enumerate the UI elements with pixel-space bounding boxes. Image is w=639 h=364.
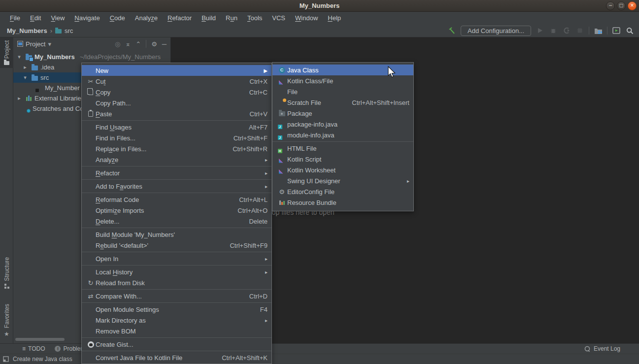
submenu-item-scratch-file[interactable]: Scratch File Ctrl+Alt+Shift+Insert — [272, 97, 413, 108]
menu-run[interactable]: Run — [221, 13, 242, 23]
java-class-icon: C — [276, 66, 287, 74]
menu-vcs[interactable]: VCS — [267, 13, 290, 23]
submenu-item-module-info[interactable]: J module-info.java — [272, 130, 413, 140]
java-package-info-icon: J — [276, 120, 287, 128]
coverage-icon[interactable] — [562, 26, 571, 35]
menu-item-refactor[interactable]: Refactor ▸ — [82, 167, 271, 178]
window-controls: − □ × — [606, 1, 637, 10]
search-everywhere-icon[interactable] — [625, 26, 634, 35]
menu-item-open-in[interactable]: Open In ▸ — [82, 253, 271, 264]
submenu-item-html-file[interactable]: H HTML File — [272, 143, 413, 154]
collapse-all-icon[interactable]: ⌃ — [135, 40, 141, 48]
scratches-icon — [23, 105, 31, 113]
titlebar: My_Numbers − □ × — [0, 0, 639, 12]
file-icon — [276, 88, 287, 96]
menu-item-add-to-favorites[interactable]: Add to Favorites ▸ — [82, 181, 271, 192]
project-panel-title[interactable]: Project — [26, 40, 45, 48]
menu-item-reformat-code[interactable]: Reformat Code Ctrl+Alt+L — [82, 194, 271, 205]
menu-edit[interactable]: Edit — [25, 13, 46, 23]
expand-all-icon[interactable]: ⌅ — [125, 40, 131, 48]
menu-item-delete[interactable]: Delete... Delete — [82, 216, 271, 227]
chevron-down-icon[interactable]: ▾ — [22, 74, 29, 81]
submenu-item-kotlin-worksheet[interactable]: Kotlin Worksheet — [272, 165, 413, 175]
html-file-icon: H — [276, 144, 287, 152]
tool-window-toggle-icon[interactable] — [3, 356, 9, 362]
debug-icon[interactable] — [549, 26, 558, 35]
locate-file-icon[interactable]: ◎ — [115, 40, 120, 48]
project-structure-icon[interactable] — [594, 26, 603, 35]
menu-item-reload-from-disk[interactable]: ↻ Reload from Disk — [82, 277, 271, 288]
run-anything-icon[interactable] — [612, 26, 621, 35]
menu-code[interactable]: Code — [105, 13, 130, 23]
event-log-button[interactable]: Event Log — [584, 345, 639, 352]
submenu-item-package[interactable]: Package — [272, 108, 413, 119]
menu-item-cut[interactable]: ✂ Cut Ctrl+X — [82, 76, 271, 87]
close-button[interactable]: × — [628, 1, 637, 10]
menu-refactor[interactable]: Refactor — [163, 13, 197, 23]
breadcrumb-project[interactable]: My_Numbers — [7, 27, 47, 34]
submenu-item-file[interactable]: File — [272, 86, 413, 97]
maximize-button[interactable]: □ — [617, 1, 626, 10]
submenu-item-editorconfig-file[interactable]: ⚙ EditorConfig File — [272, 186, 413, 197]
menu-separator — [82, 166, 271, 166]
tool-window-project[interactable]: Project — [0, 37, 13, 68]
hide-panel-icon[interactable]: ─ — [162, 40, 167, 48]
menu-item-remove-bom[interactable]: Remove BOM — [82, 326, 271, 336]
tool-window-todo[interactable]: ≡ TODO — [22, 345, 45, 352]
submenu-item-swing-ui-designer[interactable]: Swing UI Designer ▸ — [272, 175, 413, 186]
menu-item-local-history[interactable]: Local History ▸ — [82, 266, 271, 277]
chevron-right-icon[interactable]: ▸ — [22, 64, 29, 70]
run-icon[interactable] — [536, 26, 544, 35]
menu-build[interactable]: Build — [197, 13, 221, 23]
menu-tools[interactable]: Tools — [242, 13, 267, 23]
menu-item-replace-in-files[interactable]: Replace in Files... Ctrl+Shift+R — [82, 143, 271, 154]
menu-view[interactable]: View — [46, 13, 69, 23]
folder-icon — [31, 64, 38, 71]
submenu-item-package-info[interactable]: J package-info.java — [272, 119, 413, 130]
submenu-item-kotlin-script[interactable]: Kotlin Script — [272, 154, 413, 165]
tool-window-structure[interactable]: Structure — [0, 254, 13, 292]
menu-separator — [272, 141, 413, 142]
scratch-file-icon — [276, 99, 287, 106]
dropdown-arrow-icon[interactable]: ▾ — [48, 40, 51, 48]
menu-item-open-module-settings[interactable]: Open Module Settings F4 — [82, 304, 271, 315]
menu-help[interactable]: Help — [323, 13, 346, 23]
menu-analyze[interactable]: Analyze — [130, 13, 163, 23]
horizontal-scrollbar[interactable] — [15, 338, 65, 341]
menu-item-new[interactable]: New ▶ — [82, 65, 271, 76]
menu-item-create-gist[interactable]: Create Gist... — [82, 339, 271, 350]
menu-navigate[interactable]: Navigate — [69, 13, 104, 23]
panel-settings-gear-icon[interactable]: ⚙ — [151, 40, 157, 48]
star-icon: ★ — [4, 331, 9, 337]
menu-item-find-usages[interactable]: Find Usages Alt+F7 — [82, 122, 271, 132]
chevron-right-icon[interactable]: ▸ — [16, 95, 23, 101]
menu-separator — [82, 289, 271, 290]
menu-item-convert-java-to-kotlin[interactable]: Convert Java File to Kotlin File Ctrl+Al… — [82, 352, 271, 363]
menu-item-compare-with[interactable]: ⇄ Compare With... Ctrl+D — [82, 291, 271, 301]
build-hammer-icon[interactable] — [447, 26, 456, 35]
menu-item-analyze[interactable]: Analyze ▸ — [82, 154, 271, 165]
menu-item-rebuild-default[interactable]: Rebuild '<default>' Ctrl+Shift+F9 — [82, 240, 271, 251]
minimize-button[interactable]: − — [606, 1, 615, 10]
menu-item-copy[interactable]: Copy Ctrl+C — [82, 87, 271, 98]
submenu-item-resource-bundle[interactable]: Resource Bundle — [272, 197, 413, 208]
compare-icon: ⇄ — [86, 292, 96, 300]
menu-window[interactable]: Window — [290, 13, 323, 23]
menu-item-build-module[interactable]: Build Module 'My_Numbers' — [82, 229, 271, 240]
add-configuration-button[interactable]: Add Configuration... — [461, 26, 531, 36]
breadcrumb-item[interactable]: src — [65, 27, 73, 34]
menu-item-optimize-imports[interactable]: Optimize Imports Ctrl+Alt+O — [82, 205, 271, 216]
menu-separator — [82, 193, 271, 193]
menu-file[interactable]: File — [5, 13, 25, 23]
menu-item-copy-path[interactable]: Copy Path... — [82, 98, 271, 108]
cut-icon: ✂ — [86, 77, 96, 85]
menu-item-mark-directory-as[interactable]: Mark Directory as ▸ — [82, 315, 271, 326]
project-tool-icon — [4, 61, 9, 65]
profiler-icon[interactable] — [575, 26, 584, 35]
submenu-arrow-icon: ▸ — [265, 318, 268, 323]
menu-item-paste[interactable]: Paste Ctrl+V — [82, 108, 271, 119]
tool-window-favorites[interactable]: Favorites ★ — [0, 301, 13, 340]
menu-item-find-in-files[interactable]: Find in Files... Ctrl+Shift+F — [82, 132, 271, 143]
chevron-down-icon[interactable]: ▾ — [16, 54, 23, 60]
tree-row-my-numbers[interactable]: ▾ My_Numbers ~/IdeaProjects/My_Numbers — [13, 52, 170, 62]
